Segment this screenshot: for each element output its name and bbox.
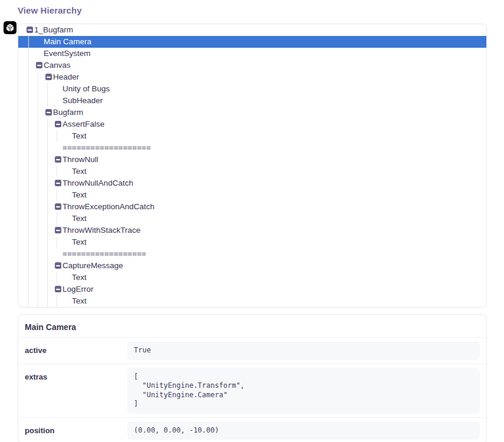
indent-guide-line [28, 71, 29, 83]
indent-guide-line [38, 142, 38, 154]
tree-row[interactable]: Unity of Bugs [18, 83, 486, 95]
details-title: Main Camera [18, 315, 486, 337]
tree-row[interactable]: Text [18, 130, 486, 142]
tree-row[interactable]: Text [18, 213, 486, 225]
indent-guide-line [57, 213, 57, 225]
collapse-toggle-icon[interactable] [45, 74, 52, 80]
collapse-toggle-icon[interactable] [36, 62, 42, 68]
indent-guide-line [47, 142, 48, 154]
indent-guide-line [38, 236, 38, 248]
tree-row-label: ================== [62, 249, 146, 258]
indent-guide-line [47, 225, 48, 236]
hierarchy-tree-panel: 1_BugfarmMain CameraEventSystemCanvasHea… [18, 24, 487, 308]
indent-guide-line [28, 166, 29, 177]
indent-guide-line [47, 272, 48, 283]
tree-row[interactable]: ================== [18, 248, 486, 260]
indent-guide-line [28, 260, 29, 272]
indent-guide-line [57, 295, 57, 307]
collapse-toggle-icon[interactable] [55, 227, 61, 233]
tree-row-label: Bugfarm [53, 108, 83, 117]
indent-guide-line [28, 107, 29, 118]
indent-guide-line [38, 154, 38, 166]
indent-guide-line [47, 177, 48, 189]
tree-row[interactable]: ThrowNullAndCatch [18, 177, 486, 189]
tree-row[interactable]: AssertFalse [18, 118, 486, 130]
hierarchy-section: 1_BugfarmMain CameraEventSystemCanvasHea… [18, 24, 487, 308]
tree-row-label: =================== [62, 143, 151, 152]
tree-row[interactable]: ThrowNull [18, 154, 486, 166]
indent-guide-line [28, 177, 29, 189]
indent-guide-line [38, 177, 38, 189]
indent-guide-line [38, 107, 38, 118]
indent-guide-line [47, 166, 48, 177]
detail-key: extras [25, 368, 127, 381]
tree-row[interactable]: LogError [18, 283, 486, 295]
indent-guide-line [28, 283, 29, 295]
collapse-toggle-icon[interactable] [55, 121, 61, 127]
indent-guide-line [28, 272, 29, 283]
detail-row: activeTrue [18, 337, 486, 364]
indent-guide-line [47, 236, 48, 248]
tree-row-label: Text [72, 190, 87, 199]
indent-guide-line [47, 213, 48, 225]
tree-row[interactable]: Text [18, 166, 486, 177]
indent-guide-line [28, 248, 29, 260]
indent-guide-line [57, 272, 57, 283]
indent-guide-line [38, 71, 38, 83]
indent-guide-line [38, 260, 38, 272]
tree-row[interactable]: ThrowExceptionAndCatch [18, 201, 486, 213]
tree-row[interactable]: ThrowWithStackTrace [18, 225, 486, 236]
tree-row[interactable]: Text [18, 272, 486, 283]
tree-row-label: Header [53, 72, 79, 81]
indent-guide-line [47, 130, 48, 142]
tree-row[interactable]: Text [18, 189, 486, 201]
indent-guide-line [38, 272, 38, 283]
tree-row-label: SubHeader [62, 96, 103, 105]
tree-row[interactable]: Text [18, 236, 486, 248]
collapse-toggle-icon[interactable] [55, 262, 61, 269]
page: View Hierarchy 1_BugfarmMain CameraEvent… [0, 0, 504, 442]
collapse-toggle-icon[interactable] [55, 203, 61, 210]
indent-guide-line [47, 260, 48, 272]
indent-guide-line [28, 213, 29, 225]
tree-row-label: Canvas [44, 61, 71, 70]
indent-guide-line [38, 283, 38, 295]
detail-key: position [25, 421, 127, 435]
tree-row[interactable]: Main Camera [18, 36, 486, 48]
unity-logo-icon [4, 21, 17, 34]
indent-guide-line [47, 248, 48, 260]
collapse-toggle-icon[interactable] [27, 27, 33, 33]
collapse-toggle-icon[interactable] [55, 156, 61, 163]
detail-value: (0.00, 0.00, -10.00) [127, 421, 480, 440]
tree-row-label: Text [72, 131, 87, 140]
indent-guide-line [47, 154, 48, 166]
indent-guide-line [47, 83, 48, 95]
tree-row[interactable]: EventSystem [18, 48, 486, 60]
indent-guide-line [28, 154, 29, 166]
tree-row[interactable]: Text [18, 295, 486, 307]
indent-guide-line [47, 95, 48, 107]
tree-row[interactable]: =================== [18, 142, 486, 154]
tree-row-label: ThrowNullAndCatch [62, 179, 133, 187]
indent-guide-line [38, 248, 38, 260]
indent-guide-line [57, 236, 57, 248]
detail-row: position(0.00, 0.00, -10.00) [18, 417, 486, 442]
indent-guide-line [28, 201, 29, 213]
tree-row-label: Text [72, 214, 87, 223]
indent-guide-line [28, 236, 29, 248]
tree-row[interactable]: SubHeader [18, 95, 486, 107]
tree-row[interactable]: Bugfarm [18, 107, 486, 118]
collapse-toggle-icon[interactable] [55, 286, 61, 292]
tree-row[interactable]: 1_Bugfarm [18, 24, 486, 36]
collapse-toggle-icon[interactable] [45, 109, 52, 116]
tree-row[interactable]: Canvas [18, 60, 486, 71]
tree-row[interactable]: Header [18, 71, 486, 83]
indent-guide-line [28, 295, 29, 307]
tree-row-label: AssertFalse [62, 120, 104, 128]
detail-value: [ "UnityEngine.Transform", "UnityEngine.… [127, 368, 480, 414]
tree-row[interactable]: CaptureMessage [18, 260, 486, 272]
indent-guide-line [47, 295, 48, 307]
collapse-toggle-icon[interactable] [55, 180, 61, 186]
indent-guide-line [57, 189, 57, 201]
detail-row: extras[ "UnityEngine.Transform", "UnityE… [18, 364, 486, 417]
